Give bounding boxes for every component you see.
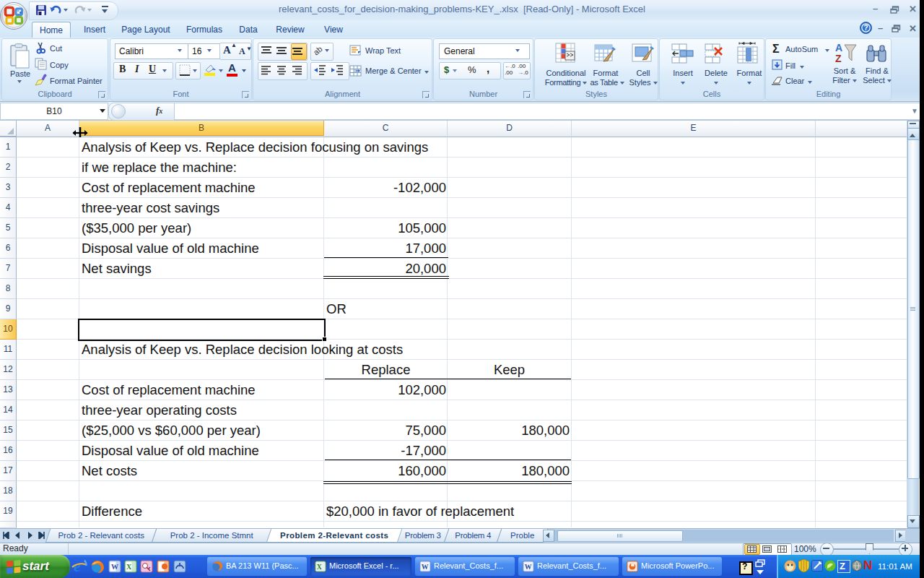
svg-text:W: W [111,563,118,571]
svg-text:W: W [422,563,429,571]
svg-text:A: A [835,42,842,53]
svg-text:Z: Z [835,53,842,64]
svg-text:X: X [317,563,322,571]
svg-text:X: X [126,563,132,571]
svg-text:?: ? [863,24,868,32]
svg-text:ab: ab [313,45,323,56]
svg-text:W: W [525,563,532,571]
